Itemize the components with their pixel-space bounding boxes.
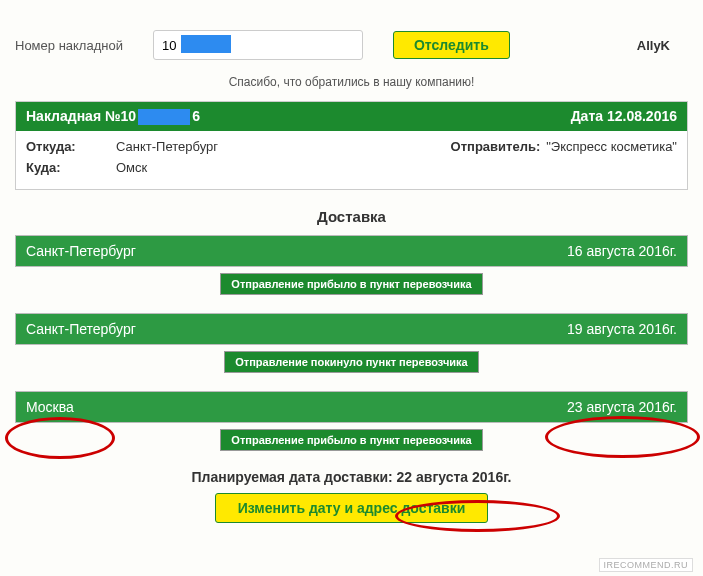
thankyou-message: Спасибо, что обратились в нашу компанию! bbox=[15, 75, 688, 89]
invoice-date: Дата 12.08.2016 bbox=[571, 108, 677, 125]
track-event-bar: Москва 23 августа 2016г. bbox=[15, 391, 688, 423]
search-bar: Номер накладной Отследить bbox=[15, 30, 688, 60]
track-status-row: Отправление прибыло в пункт перевозчика bbox=[15, 273, 688, 295]
redaction-box bbox=[181, 35, 231, 53]
track-button[interactable]: Отследить bbox=[393, 31, 510, 59]
sender-label: Отправитель: bbox=[451, 139, 541, 154]
invoice-box: Накладная №106 Дата 12.08.2016 Откуда: С… bbox=[15, 101, 688, 190]
invoice-number-prefix: Накладная №10 bbox=[26, 108, 136, 124]
track-date: 19 августа 2016г. bbox=[567, 321, 677, 337]
track-event-bar: Санкт-Петербург 19 августа 2016г. bbox=[15, 313, 688, 345]
status-badge: Отправление покинуло пункт перевозчика bbox=[224, 351, 478, 373]
site-watermark: IRECOMMEND.RU bbox=[599, 558, 694, 572]
track-event-bar: Санкт-Петербург 16 августа 2016г. bbox=[15, 235, 688, 267]
invoice-number-suffix: 6 bbox=[192, 108, 200, 124]
planned-value: 22 августа 2016г. bbox=[393, 469, 512, 485]
user-watermark: AllyK bbox=[637, 38, 670, 53]
planned-delivery: Планируемая дата доставки: 22 августа 20… bbox=[15, 469, 688, 485]
track-city: Москва bbox=[26, 399, 74, 415]
change-delivery-button[interactable]: Изменить дату и адрес доставки bbox=[215, 493, 489, 523]
sender-value: "Экспресс косметика" bbox=[546, 139, 677, 154]
to-label: Куда: bbox=[26, 160, 116, 175]
status-badge: Отправление прибыло в пункт перевозчика bbox=[220, 273, 482, 295]
search-label: Номер накладной bbox=[15, 38, 123, 53]
track-city: Санкт-Петербург bbox=[26, 321, 136, 337]
redaction-box bbox=[138, 109, 190, 125]
track-date: 23 августа 2016г. bbox=[567, 399, 677, 415]
to-value: Омск bbox=[116, 160, 677, 175]
planned-label: Планируемая дата доставки: bbox=[192, 469, 393, 485]
delivery-section-title: Доставка bbox=[15, 208, 688, 225]
track-status-row: Отправление прибыло в пункт перевозчика bbox=[15, 429, 688, 451]
from-label: Откуда: bbox=[26, 139, 116, 154]
track-city: Санкт-Петербург bbox=[26, 243, 136, 259]
track-status-row: Отправление покинуло пункт перевозчика bbox=[15, 351, 688, 373]
from-value: Санкт-Петербург bbox=[116, 139, 451, 154]
invoice-body: Откуда: Санкт-Петербург Отправитель: "Эк… bbox=[16, 131, 687, 189]
track-date: 16 августа 2016г. bbox=[567, 243, 677, 259]
invoice-header: Накладная №106 Дата 12.08.2016 bbox=[16, 102, 687, 131]
status-badge: Отправление прибыло в пункт перевозчика bbox=[220, 429, 482, 451]
